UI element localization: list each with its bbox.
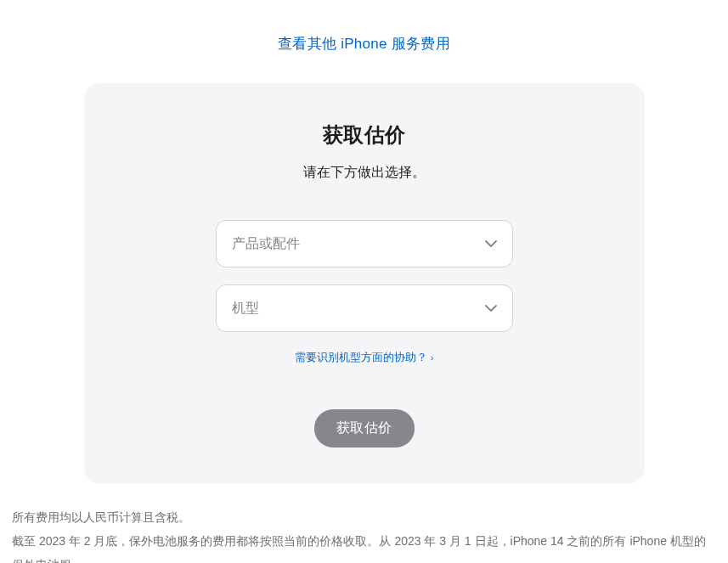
footer-notes: 所有费用均以人民币计算且含税。 截至 2023 年 2 月底，保外电池服务的费用…: [8, 505, 720, 563]
footer-line-2-part1: 截至 2023 年 2 月底，保外电池服务的费用都将按照当前的价格收取。从 20…: [12, 534, 706, 563]
footer-line-2: 截至 2023 年 2 月底，保外电池服务的费用都将按照当前的价格收取。从 20…: [12, 529, 716, 563]
top-service-link-wrapper: 查看其他 iPhone 服务费用: [8, 0, 720, 83]
get-estimate-button[interactable]: 获取估价: [314, 409, 415, 448]
chevron-down-icon: [485, 305, 497, 312]
chevron-right-icon: ›: [431, 352, 434, 363]
model-select[interactable]: 机型: [216, 284, 513, 332]
estimate-card: 获取估价 请在下方做出选择。 产品或配件 机型 需要识别机型方面的协助？›: [84, 83, 645, 483]
identify-model-help-link[interactable]: 需要识别机型方面的协助？›: [295, 351, 434, 363]
product-select-wrapper: 产品或配件: [216, 220, 513, 267]
help-link-wrapper: 需要识别机型方面的协助？›: [118, 349, 611, 365]
card-title: 获取估价: [118, 121, 611, 149]
help-link-label: 需要识别机型方面的协助？: [295, 351, 427, 363]
product-select[interactable]: 产品或配件: [216, 220, 513, 267]
model-select-wrapper: 机型: [216, 284, 513, 332]
model-select-placeholder: 机型: [232, 300, 259, 318]
footer-line-1: 所有费用均以人民币计算且含税。: [12, 505, 716, 529]
product-select-placeholder: 产品或配件: [232, 235, 300, 253]
other-iphone-service-link[interactable]: 查看其他 iPhone 服务费用: [278, 36, 450, 52]
card-subtitle: 请在下方做出选择。: [118, 164, 611, 182]
chevron-down-icon: [485, 240, 497, 247]
